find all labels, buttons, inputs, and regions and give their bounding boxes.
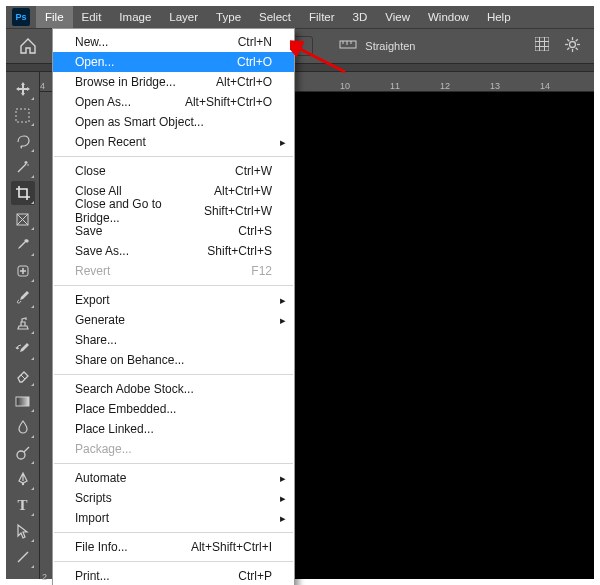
menu-item-label: Open As...	[75, 95, 131, 109]
menu-item-share[interactable]: Share...	[53, 330, 294, 350]
gradient-tool[interactable]	[11, 389, 35, 413]
eraser-tool[interactable]	[11, 363, 35, 387]
svg-line-10	[576, 47, 578, 49]
menu-item-save-as[interactable]: Save As...Shift+Ctrl+S	[53, 241, 294, 261]
menu-item-file-info[interactable]: File Info...Alt+Shift+Ctrl+I	[53, 537, 294, 557]
menu-item-shortcut: Alt+Ctrl+W	[214, 184, 272, 198]
menu-item-search-adobe-stock[interactable]: Search Adobe Stock...	[53, 379, 294, 399]
menu-item-label: Package...	[75, 442, 132, 456]
pen-tool[interactable]	[11, 467, 35, 491]
menu-separator	[54, 561, 293, 562]
eyedropper-tool[interactable]	[11, 233, 35, 257]
magic-wand-tool[interactable]	[11, 155, 35, 179]
move-tool[interactable]	[11, 77, 35, 101]
menu-item-label: Close	[75, 164, 106, 178]
menu-type[interactable]: Type	[207, 6, 250, 28]
svg-line-27	[298, 48, 345, 72]
brush-tool[interactable]	[11, 285, 35, 309]
menu-item-open-as-smart-object[interactable]: Open as Smart Object...	[53, 112, 294, 132]
menu-item-export[interactable]: Export	[53, 290, 294, 310]
menu-item-label: Share...	[75, 333, 117, 347]
svg-line-24	[24, 447, 29, 452]
menu-item-browse-in-bridge[interactable]: Browse in Bridge...Alt+Ctrl+O	[53, 72, 294, 92]
menu-item-print[interactable]: Print...Ctrl+P	[53, 566, 294, 585]
toolbox: T	[6, 72, 40, 579]
menu-filter[interactable]: Filter	[300, 6, 344, 28]
menu-item-shortcut: Alt+Shift+Ctrl+I	[191, 540, 272, 554]
photoshop-window: Ps FileEditImageLayerTypeSelectFilter3DV…	[6, 6, 594, 579]
menu-item-new[interactable]: New...Ctrl+N	[53, 32, 294, 52]
menu-item-share-on-behance[interactable]: Share on Behance...	[53, 350, 294, 370]
menu-separator	[54, 374, 293, 375]
menu-item-automate[interactable]: Automate	[53, 468, 294, 488]
svg-point-23	[17, 451, 25, 459]
ruler-tick: 4	[40, 81, 45, 91]
menu-item-generate[interactable]: Generate	[53, 310, 294, 330]
menu-image[interactable]: Image	[110, 6, 160, 28]
clone-stamp-tool[interactable]	[11, 311, 35, 335]
menu-item-revert: RevertF12	[53, 261, 294, 281]
menu-separator	[54, 463, 293, 464]
type-tool[interactable]: T	[11, 493, 35, 517]
menu-3d[interactable]: 3D	[344, 6, 377, 28]
menu-item-open[interactable]: Open...Ctrl+O	[53, 52, 294, 72]
menu-edit[interactable]: Edit	[73, 6, 111, 28]
svg-line-11	[576, 39, 578, 41]
lasso-tool[interactable]	[11, 129, 35, 153]
menu-item-label: Automate	[75, 471, 126, 485]
menu-item-shortcut: Alt+Ctrl+O	[216, 75, 272, 89]
grid-icon[interactable]	[535, 37, 549, 55]
svg-line-9	[567, 39, 569, 41]
svg-rect-13	[16, 109, 29, 122]
menu-item-shortcut: Shift+Ctrl+S	[207, 244, 272, 258]
menu-item-label: New...	[75, 35, 108, 49]
menu-item-label: Export	[75, 293, 110, 307]
menu-separator	[54, 285, 293, 286]
menu-item-close[interactable]: CloseCtrl+W	[53, 161, 294, 181]
blur-tool[interactable]	[11, 415, 35, 439]
menu-item-shortcut: Ctrl+O	[237, 55, 272, 69]
menu-item-import[interactable]: Import	[53, 508, 294, 528]
svg-point-14	[27, 164, 29, 166]
menu-item-close-and-go-to-bridge[interactable]: Close and Go to Bridge...Shift+Ctrl+W	[53, 201, 294, 221]
dodge-tool[interactable]	[11, 441, 35, 465]
frame-tool[interactable]	[11, 207, 35, 231]
menu-separator	[54, 156, 293, 157]
marquee-tool[interactable]	[11, 103, 35, 127]
settings-gear-icon[interactable]	[565, 37, 580, 56]
svg-rect-22	[16, 397, 29, 406]
menu-window[interactable]: Window	[419, 6, 478, 28]
menubar: Ps FileEditImageLayerTypeSelectFilter3DV…	[6, 6, 594, 28]
svg-line-12	[567, 47, 569, 49]
menu-file[interactable]: File	[36, 6, 73, 28]
menu-item-open-as[interactable]: Open As...Alt+Shift+Ctrl+O	[53, 92, 294, 112]
annotation-arrow	[290, 40, 350, 80]
ruler-tick: 12	[440, 81, 450, 91]
ruler-tick: 13	[490, 81, 500, 91]
menu-item-save[interactable]: SaveCtrl+S	[53, 221, 294, 241]
home-button[interactable]	[12, 33, 44, 59]
menu-item-shortcut: Ctrl+P	[238, 569, 272, 583]
menu-item-shortcut: Alt+Shift+Ctrl+O	[185, 95, 272, 109]
crop-tool[interactable]	[11, 181, 35, 205]
menu-item-label: Share on Behance...	[75, 353, 184, 367]
menu-view[interactable]: View	[376, 6, 419, 28]
svg-point-25	[21, 483, 23, 485]
menu-item-scripts[interactable]: Scripts	[53, 488, 294, 508]
menu-item-label: Print...	[75, 569, 110, 583]
line-tool[interactable]	[11, 545, 35, 569]
menu-item-open-recent[interactable]: Open Recent	[53, 132, 294, 152]
menu-layer[interactable]: Layer	[160, 6, 207, 28]
history-brush-tool[interactable]	[11, 337, 35, 361]
menu-item-place-linked[interactable]: Place Linked...	[53, 419, 294, 439]
menu-help[interactable]: Help	[478, 6, 520, 28]
ruler-tick: 14	[540, 81, 550, 91]
menu-item-label: Close All	[75, 184, 122, 198]
path-selection-tool[interactable]	[11, 519, 35, 543]
straighten-label[interactable]: Straighten	[365, 40, 415, 52]
svg-line-26	[18, 552, 28, 562]
menu-item-package: Package...	[53, 439, 294, 459]
menu-item-place-embedded[interactable]: Place Embedded...	[53, 399, 294, 419]
healing-brush-tool[interactable]	[11, 259, 35, 283]
menu-select[interactable]: Select	[250, 6, 300, 28]
